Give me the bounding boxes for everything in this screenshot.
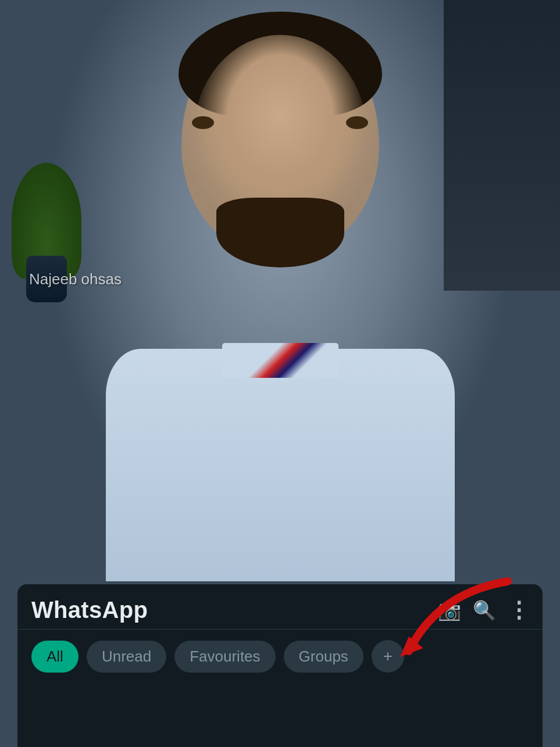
tab-add[interactable]: +	[372, 640, 404, 673]
person-shirt	[106, 349, 455, 581]
shelf-right	[444, 0, 560, 291]
search-icon[interactable]: 🔍	[473, 599, 496, 621]
camera-icon[interactable]: 📷	[438, 599, 461, 621]
more-options-icon[interactable]: ⋮	[508, 598, 529, 623]
person-eye-right	[346, 116, 368, 129]
tab-unread[interactable]: Unread	[87, 641, 166, 673]
person-collar	[222, 343, 338, 378]
tab-all[interactable]: All	[31, 641, 79, 673]
author-name: Najeeb ohsas	[29, 270, 122, 288]
whatsapp-overlay: WhatsApp 📷 🔍 ⋮ All Unread Favourites Gro…	[17, 584, 543, 747]
person-eye-left	[192, 116, 214, 129]
person-beard	[216, 198, 344, 267]
filter-tabs: All Unread Favourites Groups +	[17, 640, 543, 673]
whatsapp-header: WhatsApp 📷 🔍 ⋮	[17, 584, 543, 629]
scene: Najeeb ohsas WhatsApp 📷 🔍 ⋮ All Unread F…	[0, 0, 560, 747]
tab-favourites[interactable]: Favourites	[174, 641, 275, 673]
whatsapp-title: WhatsApp	[31, 597, 148, 623]
tab-groups[interactable]: Groups	[284, 641, 363, 673]
header-divider	[17, 629, 543, 630]
header-icons: 📷 🔍 ⋮	[438, 598, 529, 623]
